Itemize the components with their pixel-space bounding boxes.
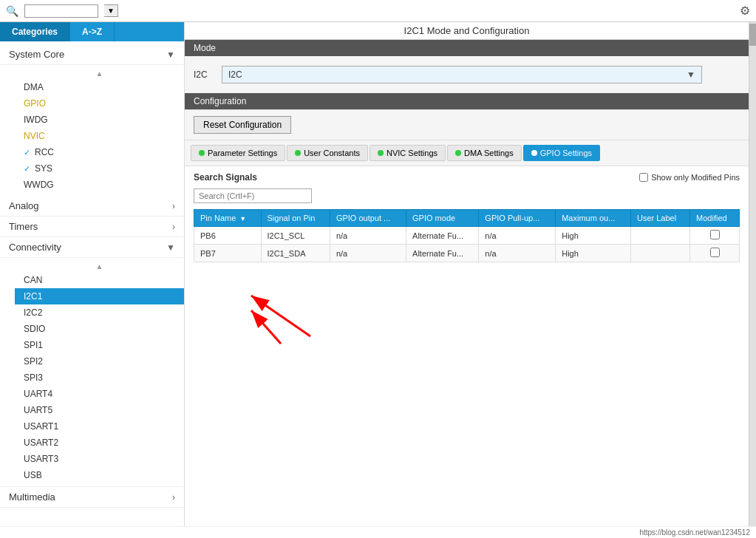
sidebar-item-dma[interactable]: DMA [15, 79, 184, 95]
col-gpio-mode[interactable]: GPIO mode [406, 210, 479, 227]
col-max-output[interactable]: Maximum ou... [556, 210, 631, 227]
tab-nvic-settings[interactable]: NVIC Settings [370, 145, 446, 161]
sidebar-item-usart2[interactable]: USART2 [15, 435, 184, 451]
cell-signal-pb6: I2C1_SCL [261, 227, 330, 245]
search-icon: 🔍 [6, 5, 18, 17]
search-signals-input[interactable] [194, 188, 312, 203]
i2c-label: I2C [194, 69, 216, 80]
reset-config-button[interactable]: Reset Configuration [194, 116, 291, 134]
sidebar-item-sdio[interactable]: SDIO [15, 321, 184, 337]
sidebar: Categories A->Z System Core ▼ ▲ DMA GPIO… [0, 22, 185, 526]
category-multimedia[interactable]: Multimedia › [0, 486, 184, 508]
modified-checkbox-pb6[interactable] [710, 230, 720, 239]
col-modified[interactable]: Modified [690, 210, 740, 227]
category-timers[interactable]: Timers › [0, 217, 184, 237]
sidebar-item-i2c1[interactable]: I2C1 [15, 288, 184, 304]
tab-nvic-settings-label: NVIC Settings [386, 149, 437, 157]
cell-gpio-mode-pb6: Alternate Fu... [406, 227, 479, 245]
category-connectivity[interactable]: Connectivity ▼ [0, 237, 184, 258]
search-signals-row: Search Signals Show only Modified Pins [194, 172, 740, 183]
bottom-url: https://blog.csdn.net/wan1234512 [0, 526, 756, 538]
sidebar-content: System Core ▼ ▲ DMA GPIO IWDG NVIC ✓RCC … [0, 41, 184, 526]
sidebar-item-nvic[interactable]: NVIC [15, 128, 184, 144]
search-input[interactable] [24, 4, 98, 18]
sidebar-item-uart5[interactable]: UART5 [15, 402, 184, 418]
svg-line-0 [251, 296, 310, 336]
category-analog[interactable]: Analog › [0, 196, 184, 217]
tab-param-dot [199, 150, 205, 156]
tab-nvic-dot [378, 150, 384, 156]
main-layout: Categories A->Z System Core ▼ ▲ DMA GPIO… [0, 22, 756, 526]
right-scrollbar[interactable] [749, 22, 756, 526]
tab-user-constants-label: User Constants [304, 149, 360, 157]
cell-pin-name-pb6: PB6 [194, 227, 262, 245]
mode-section: Mode I2C I2C ▼ [185, 40, 749, 93]
tab-gpio-dot [531, 150, 537, 156]
sidebar-item-i2c2[interactable]: I2C2 [15, 304, 184, 321]
sidebar-item-spi3[interactable]: SPI3 [15, 370, 184, 386]
sidebar-item-iwdg[interactable]: IWDG [15, 112, 184, 128]
category-system-core-label: System Core [9, 49, 64, 60]
tab-categories[interactable]: Categories [0, 22, 70, 41]
svg-line-1 [251, 310, 281, 344]
table-header-row: Pin Name ▼ Signal on Pin GPIO output ...… [194, 210, 740, 227]
config-section: Configuration Reset Configuration Parame… [185, 93, 749, 526]
show-modified-label: Show only Modified Pins [651, 173, 740, 182]
category-timers-label: Timers [9, 221, 38, 232]
system-core-items: ▲ DMA GPIO IWDG NVIC ✓RCC ✓SYS WWDG [0, 65, 184, 196]
chevron-down-icon: ▼ [166, 50, 175, 60]
category-system-core[interactable]: System Core ▼ [0, 44, 184, 65]
sidebar-item-usart1[interactable]: USART1 [15, 418, 184, 435]
category-connectivity-label: Connectivity [9, 242, 61, 253]
tab-parameter-settings[interactable]: Parameter Settings [191, 145, 285, 161]
col-signal-on-pin[interactable]: Signal on Pin [261, 210, 330, 227]
mode-row: I2C I2C ▼ [185, 56, 749, 93]
col-user-label[interactable]: User Label [630, 210, 689, 227]
cell-gpio-pull-pb6: n/a [479, 227, 556, 245]
show-modified-checkbox[interactable] [639, 173, 648, 182]
sidebar-item-wwdg[interactable]: WWDG [15, 177, 184, 193]
table-area: Search Signals Show only Modified Pins [185, 166, 749, 526]
tab-atoz[interactable]: A->Z [70, 22, 115, 41]
cell-modified-pb7 [690, 245, 740, 262]
sidebar-item-gpio[interactable]: GPIO [15, 95, 184, 112]
tab-gpio-settings[interactable]: GPIO Settings [523, 145, 600, 161]
sidebar-item-sys[interactable]: ✓SYS [15, 160, 184, 177]
col-gpio-pullup[interactable]: GPIO Pull-up... [479, 210, 556, 227]
connectivity-scroll-up: ▲ [15, 261, 184, 272]
tab-user-constants[interactable]: User Constants [287, 145, 368, 161]
tab-parameter-settings-label: Parameter Settings [208, 149, 277, 157]
sidebar-item-rcc[interactable]: ✓RCC [15, 144, 184, 160]
tab-dma-dot [455, 150, 461, 156]
modified-checkbox-pb7[interactable] [710, 248, 720, 257]
col-pin-name[interactable]: Pin Name ▼ [194, 210, 262, 227]
sidebar-item-usb[interactable]: USB [15, 467, 184, 483]
cell-gpio-mode-pb7: Alternate Fu... [406, 245, 479, 262]
cell-user-label-pb6[interactable] [630, 227, 689, 245]
tab-user-dot [295, 150, 301, 156]
tab-dma-settings-label: DMA Settings [464, 149, 514, 157]
config-tabs: Parameter Settings User Constants NVIC S… [185, 140, 749, 166]
sidebar-item-usart3[interactable]: USART3 [15, 451, 184, 467]
sidebar-tabs: Categories A->Z [0, 22, 184, 41]
sidebar-item-spi1[interactable]: SPI1 [15, 337, 184, 353]
sidebar-item-can[interactable]: CAN [15, 272, 184, 288]
col-gpio-output[interactable]: GPIO output ... [330, 210, 406, 227]
scrollbar-thumb[interactable] [749, 24, 756, 46]
cell-user-label-pb7[interactable] [630, 245, 689, 262]
reset-bar: Reset Configuration [185, 109, 749, 140]
content-area: I2C1 Mode and Configuration Mode I2C I2C… [185, 22, 749, 526]
mode-select[interactable]: I2C ▼ [222, 66, 702, 84]
gpio-table: Pin Name ▼ Signal on Pin GPIO output ...… [194, 209, 740, 262]
search-dropdown-btn[interactable]: ▼ [104, 4, 118, 17]
annotation-arrows [207, 262, 370, 351]
content-title: I2C1 Mode and Configuration [185, 22, 749, 40]
chevron-right-icon-analog: › [172, 201, 175, 211]
cell-max-out-pb7: High [556, 245, 631, 262]
sidebar-item-uart4[interactable]: UART4 [15, 386, 184, 402]
gear-icon[interactable]: ⚙ [740, 4, 750, 18]
tab-dma-settings[interactable]: DMA Settings [447, 145, 522, 161]
cell-max-out-pb6: High [556, 227, 631, 245]
sidebar-item-spi2[interactable]: SPI2 [15, 353, 184, 370]
cell-gpio-pull-pb7: n/a [479, 245, 556, 262]
